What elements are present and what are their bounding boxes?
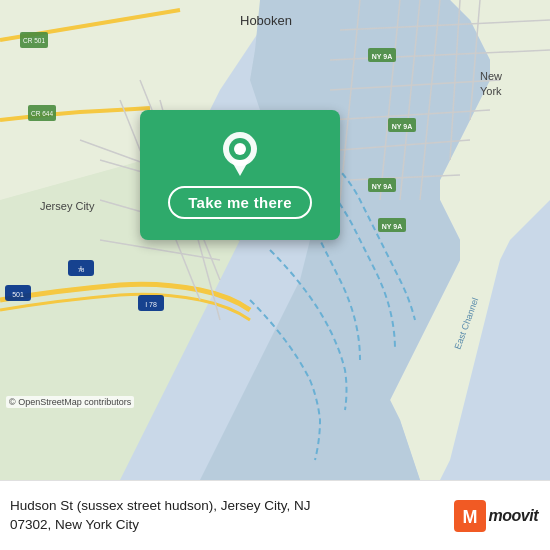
location-card: Take me there	[140, 110, 340, 240]
svg-text:NY 9A: NY 9A	[382, 223, 403, 230]
svg-text:NY 9A: NY 9A	[372, 53, 393, 60]
map-background: NY 9A NY 9A NY 9A NY 9A I 78 I 78 CR 501…	[0, 0, 550, 480]
svg-text:501: 501	[12, 291, 24, 298]
svg-text:NY 9A: NY 9A	[392, 123, 413, 130]
svg-text:78: 78	[78, 267, 85, 273]
take-me-there-button[interactable]: Take me there	[168, 186, 312, 219]
svg-text:CR 501: CR 501	[23, 37, 45, 44]
moovit-logo[interactable]: M moovit	[454, 500, 538, 532]
address-line1: Hudson St (sussex street hudson), Jersey…	[10, 497, 311, 516]
svg-text:NY 9A: NY 9A	[372, 183, 393, 190]
map-area[interactable]: NY 9A NY 9A NY 9A NY 9A I 78 I 78 CR 501…	[0, 0, 550, 480]
address-line2: 07302, New York City	[10, 516, 311, 535]
osm-attribution: © OpenStreetMap contributors	[6, 396, 134, 408]
svg-point-50	[234, 143, 246, 155]
svg-text:CR 644: CR 644	[31, 110, 53, 117]
moovit-text: moovit	[489, 507, 538, 525]
moovit-icon: M	[454, 500, 486, 532]
svg-marker-51	[231, 160, 249, 176]
address-block: Hudson St (sussex street hudson), Jersey…	[10, 497, 311, 535]
svg-text:York: York	[480, 85, 502, 97]
bottom-bar: Hudson St (sussex street hudson), Jersey…	[0, 480, 550, 550]
location-pin-icon	[218, 132, 262, 176]
svg-text:M: M	[462, 507, 477, 527]
svg-text:Hoboken: Hoboken	[240, 13, 292, 28]
svg-text:Jersey City: Jersey City	[40, 200, 95, 212]
svg-text:New: New	[480, 70, 502, 82]
svg-text:I 78: I 78	[145, 301, 157, 308]
